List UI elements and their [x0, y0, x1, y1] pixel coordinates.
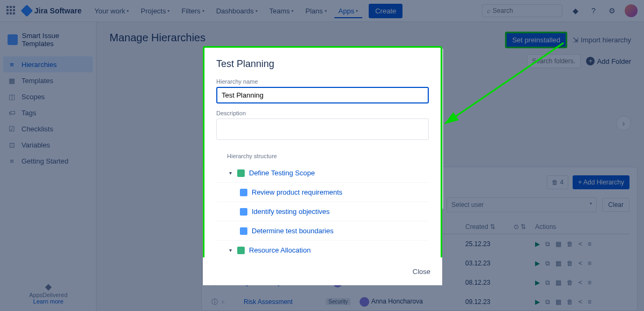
structure-item[interactable]: Identify testing objectives: [216, 202, 429, 221]
modal-title: Test Planning: [216, 58, 429, 70]
structure-item[interactable]: Determine test boundaries: [216, 221, 429, 241]
modal-close-button[interactable]: Close: [413, 268, 430, 276]
hierarchy-modal: Test Planning Hierarchy name Description…: [203, 46, 442, 272]
issue-type-icon: [240, 189, 247, 196]
issue-type-icon: [240, 227, 247, 235]
chevron-down-icon[interactable]: ▾: [229, 247, 232, 253]
structure-item[interactable]: Review product requirements: [216, 183, 429, 202]
structure-label: Hierarchy structure: [227, 153, 429, 159]
issue-type-icon: [237, 169, 245, 177]
hierarchy-name-input[interactable]: [216, 87, 429, 103]
desc-label: Description: [216, 110, 429, 116]
issue-type-icon: [237, 247, 245, 254]
description-textarea[interactable]: [216, 119, 429, 140]
issue-type-icon: [240, 208, 247, 216]
name-label: Hierarchy name: [216, 78, 429, 85]
structure-item[interactable]: ▾Define Testing Scope: [216, 164, 429, 183]
chevron-down-icon[interactable]: ▾: [229, 170, 232, 176]
